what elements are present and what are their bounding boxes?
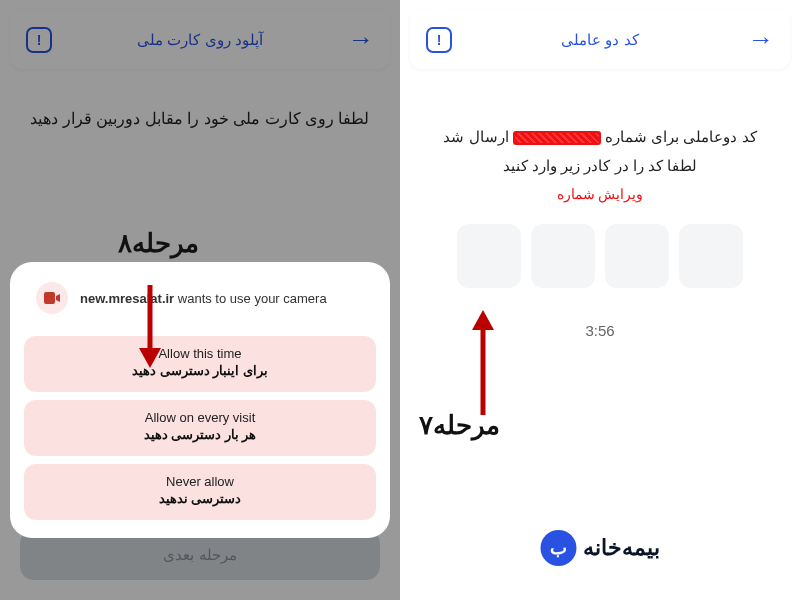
msg-line2: لطفا کد را در کادر زیر وارد کنید bbox=[503, 157, 697, 174]
dialog-title: new.mresalat.ir wants to use your camera bbox=[80, 291, 327, 306]
otp-digit-3[interactable] bbox=[605, 224, 669, 288]
otp-digit-1[interactable] bbox=[457, 224, 521, 288]
svg-marker-0 bbox=[472, 310, 494, 330]
header: → کد دو عاملی ! bbox=[410, 10, 790, 69]
annotation-arrow-icon bbox=[468, 310, 498, 420]
logo-text: بیمه‌خانه bbox=[583, 535, 660, 561]
option-en: Allow on every visit bbox=[36, 410, 364, 425]
svg-marker-1 bbox=[139, 348, 161, 368]
edit-number-link[interactable]: ویرایش شماره bbox=[428, 186, 772, 202]
option-fa: برای اینبار دسترسی دهید bbox=[36, 363, 364, 378]
option-en: Never allow bbox=[36, 474, 364, 489]
screen-upload: → آپلود روی کارت ملی ! لطفا روی کارت ملی… bbox=[0, 0, 400, 600]
otp-card: کد دوعاملی برای شماره ارسال شد لطفا کد ر… bbox=[410, 99, 790, 363]
redacted-phone bbox=[513, 131, 601, 145]
brand-logo: ب بیمه‌خانه bbox=[541, 530, 660, 566]
camera-permission-dialog: new.mresalat.ir wants to use your camera… bbox=[10, 262, 390, 538]
otp-digit-4[interactable] bbox=[679, 224, 743, 288]
allow-every-visit-button[interactable]: Allow on every visit هر بار دسترسی دهید bbox=[24, 400, 376, 456]
back-arrow-icon[interactable]: → bbox=[748, 24, 774, 55]
annotation-step8: مرحله۸ bbox=[118, 228, 199, 259]
otp-message: کد دوعاملی برای شماره ارسال شد لطفا کد ر… bbox=[428, 123, 772, 180]
never-allow-button[interactable]: Never allow دسترسی ندهید bbox=[24, 464, 376, 520]
info-icon[interactable]: ! bbox=[426, 27, 452, 53]
option-fa: هر بار دسترسی دهید bbox=[36, 427, 364, 442]
otp-inputs bbox=[428, 224, 772, 288]
logo-mark-icon: ب bbox=[541, 530, 577, 566]
otp-digit-2[interactable] bbox=[531, 224, 595, 288]
msg-suffix: ارسال شد bbox=[443, 128, 508, 145]
camera-icon bbox=[36, 282, 68, 314]
option-en: Allow this time bbox=[36, 346, 364, 361]
allow-this-time-button[interactable]: Allow this time برای اینبار دسترسی دهید bbox=[24, 336, 376, 392]
screen-otp: → کد دو عاملی ! کد دوعاملی برای شماره ار… bbox=[400, 0, 800, 600]
annotation-arrow-icon bbox=[135, 285, 165, 370]
msg-prefix: کد دوعاملی برای شماره bbox=[605, 128, 757, 145]
header-title: کد دو عاملی bbox=[561, 31, 638, 49]
dialog-header: new.mresalat.ir wants to use your camera bbox=[24, 276, 376, 328]
option-fa: دسترسی ندهید bbox=[36, 491, 364, 506]
